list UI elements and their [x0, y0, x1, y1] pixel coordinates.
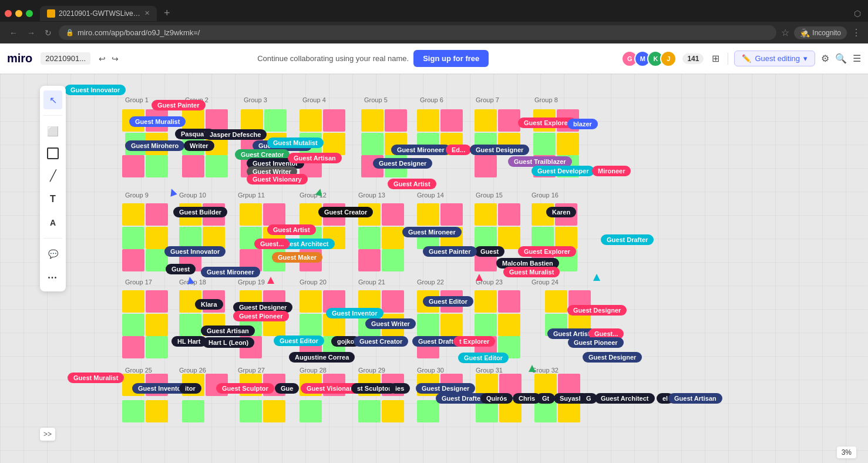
- toolbar-separator-1: [43, 115, 62, 116]
- minimize-button[interactable]: [15, 10, 22, 17]
- rectangle-tool[interactable]: [47, 147, 59, 159]
- undo-button[interactable]: ↩: [96, 53, 108, 65]
- badge-guest-painter-1: Guest Painter: [152, 100, 206, 110]
- more-tools[interactable]: •••: [43, 268, 62, 287]
- cursor-7: [529, 365, 536, 372]
- traffic-lights: [5, 10, 33, 17]
- active-tab[interactable]: 20210901-GWTWSLive-Day2, ✕: [40, 6, 157, 21]
- group-label-8: Group 8: [534, 96, 558, 103]
- extensions-button[interactable]: ⬡: [852, 8, 863, 19]
- canvas-content: Group 1 Group 2 Group 3 Group 4 Group 5 …: [0, 74, 868, 463]
- group-label-6: Group 6: [420, 96, 443, 103]
- badge-quiros: Quirós: [480, 393, 513, 404]
- search-button[interactable]: 🔍: [835, 53, 847, 64]
- sticky-cluster-g27: [240, 374, 292, 432]
- browser-menu-button[interactable]: ⋮: [852, 27, 861, 38]
- cursor-6: [267, 277, 274, 284]
- incognito-icon: 🕵: [800, 28, 810, 38]
- badge-guest-architect-2: Guest Architect: [595, 393, 655, 404]
- group-label-26: Group 26: [179, 367, 206, 374]
- new-tab-button[interactable]: +: [159, 5, 175, 22]
- group-label-27: Grpup 27: [238, 367, 265, 374]
- grid-view-button[interactable]: ⊞: [709, 51, 722, 66]
- lock-icon: 🔒: [66, 29, 74, 36]
- comment-tool[interactable]: 💬: [43, 244, 62, 263]
- badge-guest-innovator: Guest Innovator: [164, 246, 226, 257]
- browser-window: 20210901-GWTWSLive-Day2, ✕ + ⬡ ← → ↻ 🔒 m…: [0, 0, 868, 43]
- filter-button[interactable]: ⚙: [821, 53, 829, 64]
- text-tool[interactable]: T: [43, 190, 62, 209]
- badge-guest-mironeer-1: Guest Mironeer: [391, 145, 450, 155]
- badge-guest-maker: Guest Maker: [272, 252, 322, 263]
- sticky-cluster-g7: [475, 103, 527, 180]
- chevron-down-icon: ▾: [803, 54, 808, 63]
- cursor-1: [168, 187, 177, 196]
- line-tool[interactable]: ╱: [43, 166, 62, 185]
- cursor-4: [593, 274, 600, 281]
- signup-button[interactable]: Sign up for free: [413, 50, 489, 67]
- badge-guest-designer-2: Guest Designer: [373, 158, 432, 169]
- canvas-area[interactable]: ↖ ⬜ ╱ T A 💬 ••• >> Group 1 Group 2 Group…: [0, 74, 868, 463]
- tab-title: 20210901-GWTWSLive-Day2,: [59, 9, 141, 18]
- collab-text: Continue collaborating using your real n…: [257, 54, 409, 63]
- badge-guest-mironeer-3: Guest Mironeer: [201, 267, 260, 277]
- group-label-7: Group 7: [476, 96, 499, 103]
- board-name[interactable]: 20210901...: [41, 52, 90, 65]
- cursor-5: [186, 276, 194, 284]
- tab-favicon: [47, 9, 55, 18]
- close-button[interactable]: [5, 10, 12, 17]
- sticky-cluster-g23: [475, 284, 527, 361]
- badge-guest-muralist-2: Guest Muralist: [503, 267, 560, 277]
- badge-guest-sculptor-1: Guest Sculptor: [216, 383, 274, 394]
- badge-guest-editor-2: Guest Editor: [274, 335, 324, 346]
- address-input[interactable]: 🔒 miro.com/app/board/o9J_lz9wkmk=/: [59, 25, 776, 40]
- badge-guest-designer-6: Guest Designer: [416, 383, 475, 394]
- badge-karen: Karen: [546, 207, 576, 217]
- frame-tool[interactable]: ⬜: [43, 122, 62, 140]
- sticky-cluster-g9: [122, 197, 175, 274]
- maximize-button[interactable]: [26, 10, 33, 17]
- url-text: miro.com/app/board/o9J_lz9wkmk=/: [78, 28, 200, 37]
- badge-gt: Gt: [536, 393, 555, 404]
- group-label-28: Group 28: [300, 367, 327, 374]
- badge-guest-designer-5: Guest Designer: [583, 352, 642, 363]
- pencil-icon: ✏️: [742, 54, 751, 63]
- sticky-cluster-g20: [300, 284, 352, 361]
- badge-itor: itor: [179, 383, 201, 394]
- badge-klara: Klara: [195, 299, 223, 310]
- badge-blazer: blazer: [567, 119, 598, 129]
- badge-guest-builder: Guest Builder: [173, 207, 227, 217]
- badge-guest-muralist: Guest Muralist: [129, 116, 186, 127]
- guest-editing-button[interactable]: ✏️ Guest editing ▾: [734, 51, 815, 66]
- badge-hl-hart: HL Hart: [171, 336, 207, 347]
- cursor-3: [476, 274, 483, 281]
- bookmark-button[interactable]: ☆: [781, 27, 789, 38]
- toolbar-separator-2: [43, 238, 62, 239]
- badge-guest-explorer-2: Guest Explorer: [518, 246, 576, 257]
- badge-guest-mirohero-1: Guest Mirohero: [125, 140, 184, 151]
- forward-button[interactable]: →: [25, 27, 38, 39]
- badge-hart-leon: Hart L (Leon): [203, 337, 254, 348]
- select-tool[interactable]: ↖: [43, 90, 62, 109]
- sidebar-menu-button[interactable]: ☰: [853, 53, 861, 64]
- sticky-tool[interactable]: A: [43, 213, 62, 232]
- guest-editing-label: Guest editing: [755, 54, 800, 63]
- badge-t-explorer: t Explorer: [453, 336, 495, 347]
- tab-close-button[interactable]: ✕: [144, 9, 150, 17]
- badge-guest-creator-2: Guest Creator: [318, 207, 373, 217]
- miro-logo: miro: [7, 52, 32, 65]
- badge-guest-artist-1: Guest Artist: [388, 179, 436, 189]
- sidebar-toggle[interactable]: >>: [40, 428, 55, 441]
- redo-button[interactable]: ↪: [109, 53, 121, 65]
- undo-redo-group: ↩ ↪: [96, 53, 121, 65]
- badge-gue: Gue: [275, 383, 299, 394]
- refresh-button[interactable]: ↻: [42, 27, 54, 39]
- sticky-cluster-g26: [182, 374, 235, 432]
- badge-guest-dot: Guest...: [254, 239, 290, 249]
- badge-guest-visionary-1: Guest Visionary: [247, 174, 308, 184]
- badge-guest-creator-3: Guest Creator: [354, 336, 408, 347]
- back-button[interactable]: ←: [7, 27, 20, 39]
- group-label-1: Group 1: [125, 96, 149, 103]
- badge-guest-mutalist: Guest Mutalist: [267, 137, 324, 148]
- sticky-cluster-g18: [179, 284, 232, 361]
